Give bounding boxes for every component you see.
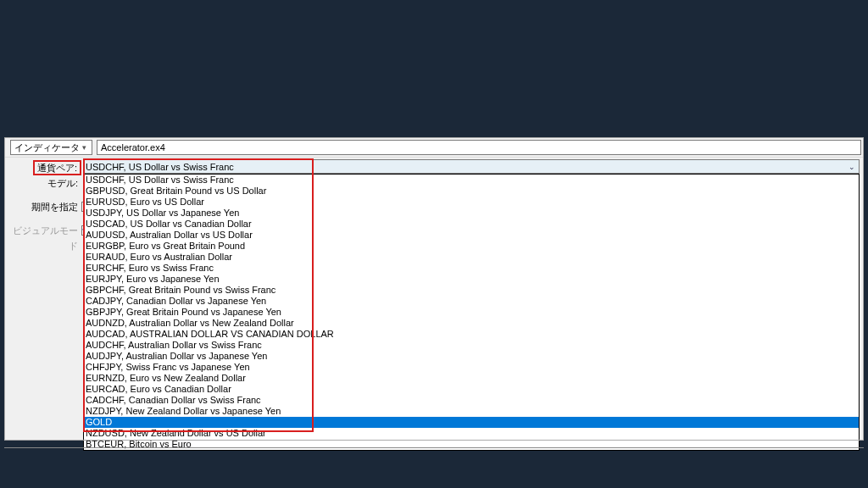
currency-pair-dropdown-list[interactable]: USDCHF, US Dollar vs Swiss FrancGBPUSD, … — [83, 174, 860, 451]
visual-mode-label: ビジュアルモード — [5, 223, 81, 238]
model-label: モデル: — [5, 175, 81, 191]
currency-pair-option[interactable]: EURCAD, Euro vs Canadian Dollar — [84, 384, 859, 395]
pair-label: 通貨ペア: — [33, 160, 81, 175]
currency-pair-option[interactable]: USDCHF, US Dollar vs Swiss Franc — [84, 175, 859, 186]
strategy-tester-panel: インディケータ ▾ Accelerator.ex4 通貨ペア: モデル: 期間を… — [4, 137, 864, 441]
period-label: 期間を指定 — [5, 199, 81, 214]
chevron-down-icon: ⌄ — [848, 163, 856, 171]
currency-pair-option[interactable]: CHFJPY, Swiss Franc vs Japanese Yen — [84, 362, 859, 373]
currency-pair-option[interactable]: GBPCHF, Great Britain Pound vs Swiss Fra… — [84, 285, 859, 296]
currency-pair-option[interactable]: EURUSD, Euro vs US Dollar — [84, 197, 859, 208]
indicator-path-field[interactable]: Accelerator.ex4 — [97, 140, 861, 155]
currency-pair-option[interactable]: AUDCHF, Australian Dollar vs Swiss Franc — [84, 340, 859, 351]
currency-pair-option[interactable]: NZDUSD, New Zealand Dollar vs US Dollar — [84, 428, 859, 439]
currency-pair-option[interactable]: EURCHF, Euro vs Swiss Franc — [84, 263, 859, 274]
currency-pair-option[interactable]: GBPUSD, Great Britain Pound vs US Dollar — [84, 186, 859, 197]
indicator-row: インディケータ ▾ Accelerator.ex4 — [5, 138, 863, 158]
currency-pair-option[interactable]: USDJPY, US Dollar vs Japanese Yen — [84, 208, 859, 219]
currency-pair-option[interactable]: EURGBP, Euro vs Great Britain Pound — [84, 241, 859, 252]
currency-pair-option[interactable]: CADCHF, Canadian Dollar vs Swiss Franc — [84, 395, 859, 406]
currency-pair-option[interactable]: EURJPY, Euro vs Japanese Yen — [84, 274, 859, 285]
currency-pair-option[interactable]: EURNZD, Euro vs New Zealand Dollar — [84, 373, 859, 384]
currency-pair-option[interactable]: NZDJPY, New Zealand Dollar vs Japanese Y… — [84, 406, 859, 417]
indicator-type-dropdown[interactable]: インディケータ ▾ — [10, 140, 92, 155]
currency-pair-option[interactable]: GOLD — [84, 417, 859, 428]
chevron-down-icon: ▾ — [80, 143, 88, 152]
currency-pair-option[interactable]: USDCAD, US Dollar vs Canadian Dollar — [84, 219, 859, 230]
indicator-path-value: Accelerator.ex4 — [101, 142, 165, 152]
currency-pair-option[interactable]: AUDJPY, Australian Dollar vs Japanese Ye… — [84, 351, 859, 362]
panel-separator — [4, 447, 864, 448]
currency-pair-selected: USDCHF, US Dollar vs Swiss Franc — [86, 162, 234, 172]
currency-pair-option[interactable]: EURAUD, Euro vs Australian Dollar — [84, 252, 859, 263]
currency-pair-combo[interactable]: USDCHF, US Dollar vs Swiss Franc ⌄ — [83, 159, 860, 174]
indicator-type-label: インディケータ — [14, 141, 80, 154]
currency-pair-option[interactable]: GBPJPY, Great Britain Pound vs Japanese … — [84, 307, 859, 318]
pair-label-cell: 通貨ペア: — [5, 159, 85, 175]
side-labels: モデル: 期間を指定 ビジュアルモード — [5, 175, 81, 238]
currency-pair-option[interactable]: CADJPY, Canadian Dollar vs Japanese Yen — [84, 296, 859, 307]
currency-pair-option[interactable]: BTCEUR, Bitcoin vs Euro — [84, 439, 859, 450]
currency-pair-option[interactable]: AUDCAD, AUSTRALIAN DOLLAR VS CANADIAN DO… — [84, 329, 859, 340]
currency-pair-option[interactable]: AUDNZD, Australian Dollar vs New Zealand… — [84, 318, 859, 329]
currency-pair-option[interactable]: AUDUSD, Australian Dollar vs US Dollar — [84, 230, 859, 241]
